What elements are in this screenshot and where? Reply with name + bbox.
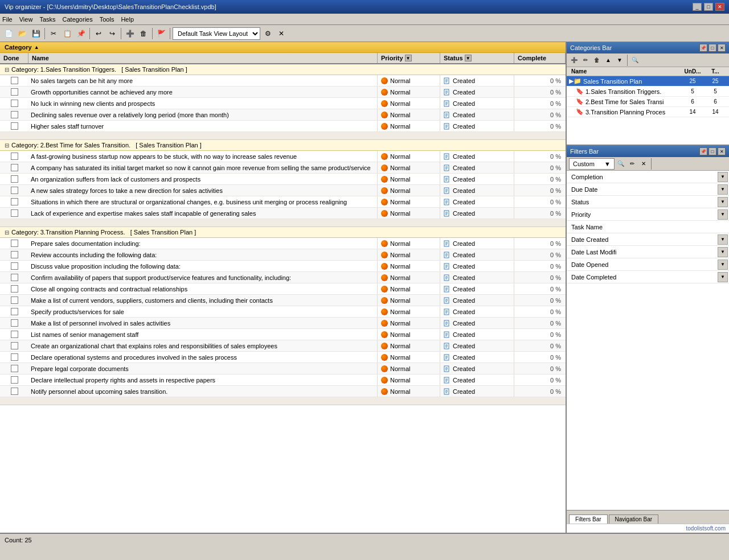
task-checkbox[interactable] [11,353,18,361]
minimize-button[interactable]: _ [693,3,702,11]
cat-add-btn[interactable]: ➕ [569,55,579,65]
cat-filter-btn[interactable]: 🔍 [630,55,640,65]
flt-pin-btn[interactable]: 📌 [699,147,707,155]
menu-tasks[interactable]: Tasks [39,16,55,23]
task-checkbox[interactable] [11,77,18,84]
cat-close-btn[interactable]: ✕ [718,44,726,52]
tb-close-layout-btn[interactable]: ✕ [275,27,288,40]
tab-filters-bar[interactable]: Filters Bar [569,514,608,524]
maximize-button[interactable]: □ [704,3,713,11]
tb-paste-btn[interactable]: 📌 [75,27,87,40]
filters-titlebar-controls: 📌 □ ✕ [699,147,726,155]
task-priority-cell: Normal [378,306,440,317]
task-checkbox[interactable] [11,153,18,160]
task-checkbox[interactable] [11,251,18,258]
close-button[interactable]: ✕ [715,3,724,11]
task-checkbox[interactable] [11,388,18,395]
tb-undo-btn[interactable]: ↩ [92,27,105,40]
task-checkbox[interactable] [11,100,18,107]
task-checkbox[interactable] [11,175,18,183]
layout-dropdown[interactable]: Default Task View Layout [173,27,260,40]
cat-tree: ▶📁 Sales Transition Plan 25 25 🔖 1.Sales… [567,76,729,145]
cat-tree-item[interactable]: 🔖 1.Sales Transition Triggers. 5 5 [567,87,729,97]
category-sort-header[interactable]: Category ▲ [0,42,566,53]
task-checkbox[interactable] [11,198,18,205]
cat-tree-item[interactable]: 🔖 2.Best Time for Sales Transi 6 6 [567,97,729,107]
task-checkbox[interactable] [11,111,18,118]
task-checkbox[interactable] [11,331,18,338]
task-complete-cell: 0 % [514,151,566,162]
complete-value: 0 % [550,274,561,281]
task-complete-cell: 0 % [514,352,566,363]
tb-new-btn[interactable]: 📄 [2,27,15,40]
filter-custom-dropdown[interactable]: Custom ▼ [569,158,615,170]
task-checkbox[interactable] [11,376,18,384]
cat-tree-header: Name UnD... T... [567,67,729,76]
tb-open-btn[interactable]: 📂 [16,27,28,40]
filter-dropdown-btn[interactable]: ▼ [718,247,728,257]
task-checkbox[interactable] [11,240,18,247]
flt-close-btn[interactable]: ✕ [718,147,726,155]
task-checkbox[interactable] [11,274,18,281]
filter-dropdown-btn[interactable]: ▼ [718,209,728,220]
status-label: Created [453,89,475,96]
tb-cut-btn[interactable]: ✂ [47,27,60,40]
flt-apply-btn[interactable]: 🔍 [616,159,626,169]
task-checkbox[interactable] [11,262,18,270]
task-checkbox[interactable] [11,342,18,349]
tb-redo-btn[interactable]: ↪ [106,27,118,40]
task-checkbox[interactable] [11,122,18,130]
filter-dropdown-btn[interactable]: ▼ [718,272,728,282]
task-row: Make a list of current vendors, supplier… [0,295,566,306]
filter-dropdown-btn[interactable]: ▼ [718,260,728,270]
status-document-icon [444,286,450,293]
cat-down-btn[interactable]: ▼ [615,55,625,65]
task-checkbox[interactable] [11,285,18,293]
tb-add-task-btn[interactable]: ➕ [124,27,136,40]
cat-float-btn[interactable]: □ [708,44,716,52]
cat-section-header-1[interactable]: ⊟Category: 2.Best Time for Sales Transit… [0,140,566,151]
task-checkbox[interactable] [11,88,18,96]
task-checkbox[interactable] [11,365,18,372]
cat-section-header-0[interactable]: ⊟Category: 1.Sales Transition Triggers. … [0,64,566,75]
cat-tree-item[interactable]: 🔖 3.Transition Planning Proces 14 14 [567,107,729,117]
tab-navigation-bar[interactable]: Navigation Bar [609,514,659,524]
cat-pin-btn[interactable]: 📌 [699,44,707,52]
flt-edit-btn[interactable]: ✏ [627,159,637,169]
menu-tools[interactable]: Tools [100,16,114,23]
task-checkbox[interactable] [11,187,18,194]
filter-dropdown-btn[interactable]: ▼ [718,197,728,207]
task-checkbox[interactable] [11,297,18,304]
cat-tree-item[interactable]: ▶📁 Sales Transition Plan 25 25 [567,76,729,87]
task-checkbox[interactable] [11,319,18,327]
filter-dropdown-btn[interactable]: ▼ [718,234,728,245]
task-checkbox[interactable] [11,308,18,315]
menu-view[interactable]: View [19,16,33,23]
task-checkbox[interactable] [11,164,18,171]
flt-float-btn[interactable]: □ [708,147,716,155]
task-status-cell: Created [440,329,514,340]
tb-delete-btn[interactable]: 🗑 [137,27,150,40]
status-label: Created [453,354,475,361]
task-list-scroll[interactable]: ⊟Category: 1.Sales Transition Triggers. … [0,64,566,533]
status-document-icon [444,365,450,372]
tb-settings-btn[interactable]: ⚙ [261,27,274,40]
tb-copy-btn[interactable]: 📋 [61,27,73,40]
filter-dropdown-btn[interactable]: ▼ [718,184,728,195]
task-list-content: ⊟Category: 1.Sales Transition Triggers. … [0,64,566,405]
tb-save-btn[interactable]: 💾 [30,27,42,40]
tb-flag-btn[interactable]: 🚩 [155,27,167,40]
task-name-cell: Specify products/services for sale [28,306,378,317]
menu-help[interactable]: Help [121,16,134,23]
status-filter-btn[interactable]: ▼ [465,55,472,61]
cat-delete-btn[interactable]: 🗑 [592,55,602,65]
filter-dropdown-btn[interactable]: ▼ [718,172,728,182]
cat-section-header-2[interactable]: ⊟Category: 3.Transition Planning Process… [0,227,566,238]
cat-up-btn[interactable]: ▲ [603,55,613,65]
priority-filter-btn[interactable]: ▼ [405,55,412,61]
task-checkbox[interactable] [11,209,18,217]
menu-file[interactable]: File [2,16,13,23]
cat-edit-btn[interactable]: ✏ [580,55,591,65]
menu-categories[interactable]: Categories [63,16,93,23]
flt-delete-btn[interactable]: ✕ [638,159,649,169]
